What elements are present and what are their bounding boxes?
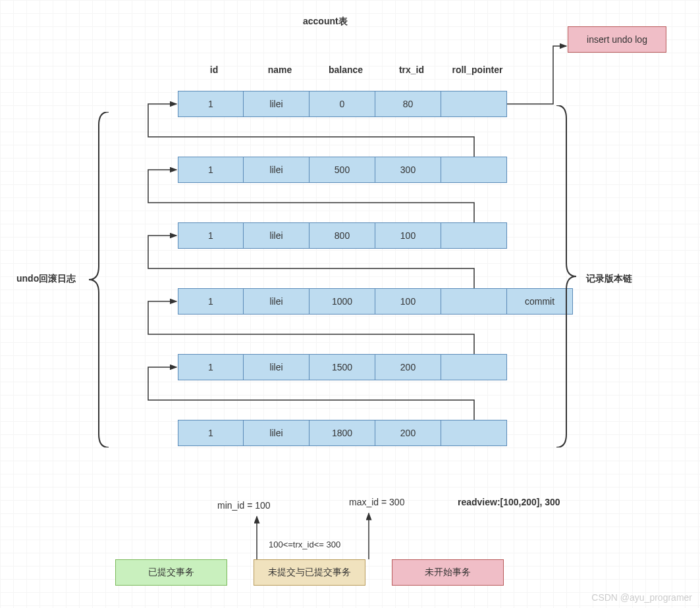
legend-committed: 已提交事务 — [115, 559, 227, 586]
legend-notstarted: 未开始事务 — [392, 559, 504, 586]
bottom-arrows — [0, 0, 700, 608]
watermark: CSDN @ayu_programer — [591, 592, 692, 603]
legend-mixed: 未提交与已提交事务 — [254, 559, 365, 586]
